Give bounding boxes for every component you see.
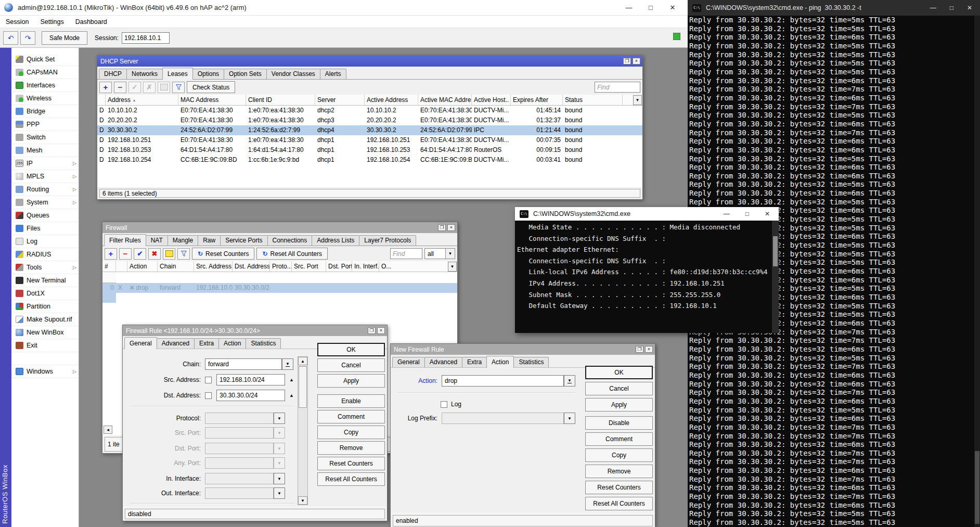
collapse-up-icon[interactable]: ▲ [289,377,294,382]
dropdown-icon[interactable]: ▼ [564,413,575,424]
dhcp-lease-row[interactable]: D10.10.10.2E0:70:EA:41:38:301:e0:70:ea:4… [97,106,642,115]
filter-icon[interactable] [177,248,190,260]
dhcp-tab-networks[interactable]: Networks [126,69,163,79]
sidebar-item-mesh[interactable]: Mesh [11,144,79,157]
dialog-scrollbar[interactable]: ▲ ▼ [298,356,308,505]
minimize-icon[interactable]: — [930,4,936,11]
column-header-active-address[interactable]: Active Address [365,95,418,106]
cmd-scrollbar[interactable] [772,221,779,333]
new-rule-tab-statistics[interactable]: Statistics [513,357,549,367]
ok-button[interactable]: OK [317,343,385,356]
sidebar-item-capsman[interactable]: CAPsMAN [11,66,79,79]
comment-icon[interactable] [163,248,175,260]
menu-session[interactable]: Session [0,18,34,25]
sidebar-item-exit[interactable]: Exit [11,339,79,352]
sidebar-item-tools[interactable]: Tools▷ [11,261,79,274]
sidebar-item-make-supout-rif[interactable]: Make Supout.rif [11,313,79,326]
sidebar-item-quick-set[interactable]: Quick Set [11,53,79,66]
protocol-value[interactable] [205,413,274,424]
ping-scrollbar[interactable] [974,16,980,527]
comment-icon[interactable] [158,82,170,93]
cancel-button[interactable]: Cancel [317,358,385,372]
add-icon[interactable]: + [105,248,117,260]
dhcp-tab-leases[interactable]: Leases [162,68,193,80]
copy-button[interactable]: Copy [585,448,653,462]
rule-tab-action[interactable]: Action [218,338,246,349]
rule-tab-statistics[interactable]: Statistics [246,338,281,349]
out-interface-value[interactable] [205,487,274,499]
redo-icon[interactable]: ↷ [20,31,35,45]
dst-address-value[interactable]: 30.30.30.0/24 [216,390,285,401]
maximize-icon[interactable]: □ [745,210,749,217]
collapse-up-icon[interactable]: ▲ [289,393,294,398]
column-header-chain[interactable]: Chain [158,261,194,272]
sidebar-item-system[interactable]: System▷ [11,196,79,209]
firewall-tab-layer7-protocols[interactable]: Layer7 Protocols [359,235,416,246]
column-header-col0[interactable] [97,95,106,106]
dhcp-tab-options[interactable]: Options [192,69,224,79]
undo-icon[interactable]: ↶ [3,31,18,45]
column-header-in-interf[interactable]: In. Interf... [352,261,379,272]
filter-icon[interactable] [172,82,185,93]
dhcp-lease-row[interactable]: D20.20.20.2E0:70:EA:41:38:301:e0:70:ea:4… [97,115,642,125]
column-header-col1[interactable] [116,261,127,272]
add-icon[interactable]: + [99,82,112,93]
reset-all-counters-button[interactable]: Reset All Counters [585,497,653,510]
firewall-tab-service-ports[interactable]: Service Ports [220,235,267,246]
restore-icon[interactable]: ❐ [636,346,643,353]
column-header-src-address[interactable]: Src. Address [194,261,233,272]
remove-button[interactable]: Remove [317,441,385,455]
remove-icon[interactable]: − [119,248,132,260]
menu-settings[interactable]: Settings [34,18,69,25]
dhcp-tab-vendor-classes[interactable]: Vendor Classes [266,69,320,79]
column-header-col0[interactable]: # [102,261,116,272]
dhcp-lease-row[interactable]: D192.168.10.25364:D1:54:A4:17:801:64:d1:… [97,145,642,155]
src-address-checkbox[interactable] [205,377,212,383]
dropdown-icon[interactable]: ▼ [274,487,285,499]
dhcp-tab-option-sets[interactable]: Option Sets [224,69,267,79]
apply-button[interactable]: Apply [317,374,385,388]
find-input[interactable] [390,248,422,259]
apply-button[interactable]: Apply [585,398,653,412]
log-prefix-value[interactable] [442,413,564,424]
column-header-dst-port[interactable]: Dst. Port [326,261,352,272]
sidebar-item-wireless[interactable]: Wireless [11,92,79,105]
disable-button[interactable]: Disable [585,416,653,430]
reset-counters-button[interactable]: Reset Counters [585,481,653,494]
close-icon[interactable]: ✕ [669,4,676,11]
enable-button[interactable]: Enable [317,394,385,408]
rule-tab-extra[interactable]: Extra [194,338,219,349]
sidebar-item-switch[interactable]: Switch [11,131,79,144]
sidebar-item-windows[interactable]: Windows▷ [11,365,79,378]
dropdown-icon[interactable]: ▼ [274,473,285,484]
in-interface-value[interactable] [205,473,274,484]
sidebar-item-dot1x[interactable]: Dot1X [11,287,79,300]
maximize-icon[interactable]: □ [647,4,654,11]
chain-filter-dropdown[interactable]: all ▼ [424,248,455,259]
copy-button[interactable]: Copy [317,426,385,439]
rule-tab-advanced[interactable]: Advanced [157,338,195,349]
log-checkbox[interactable] [441,401,447,408]
column-header-expires-after[interactable]: Expires After [511,95,563,106]
dhcp-lease-row[interactable]: D30.30.30.224:52:6A:D2:07:991:24:52:6a:d… [97,125,642,135]
dropdown-icon[interactable]: ▼ [274,413,285,424]
sidebar-item-log[interactable]: Log [11,235,79,248]
new-rule-tab-advanced[interactable]: Advanced [424,357,462,367]
dhcp-lease-row[interactable]: D192.168.10.254CC:6B:1E:9C:09:BD1:cc:6b:… [97,155,642,165]
rule-tab-general[interactable]: General [124,337,157,349]
new-rule-tab-action[interactable]: Action [486,356,514,368]
column-select-icon[interactable]: ▼ [633,95,642,105]
restore-icon[interactable]: ❐ [368,327,376,334]
sidebar-item-mpls[interactable]: MPLS▷ [11,170,79,183]
reset-all-counters-button[interactable]: ↻Reset All Counters [256,248,327,260]
column-header-mac-address[interactable]: MAC Address [178,95,246,106]
enable-icon[interactable]: ✔ [134,248,146,260]
firewall-tab-filter-rules[interactable]: Filter Rules [104,234,146,246]
column-header-server[interactable]: Server [315,95,365,106]
firewall-rule-row[interactable]: 0X✖dropforward192.168.10.0...30.30.30.0/… [102,283,457,303]
sidebar-item-bridge[interactable]: Bridge [11,105,79,118]
menu-dashboard[interactable]: Dashboard [70,18,113,25]
minimize-icon[interactable]: — [625,4,633,11]
sidebar-item-new-terminal[interactable]: New Terminal [11,274,79,287]
close-icon[interactable]: × [447,224,455,231]
